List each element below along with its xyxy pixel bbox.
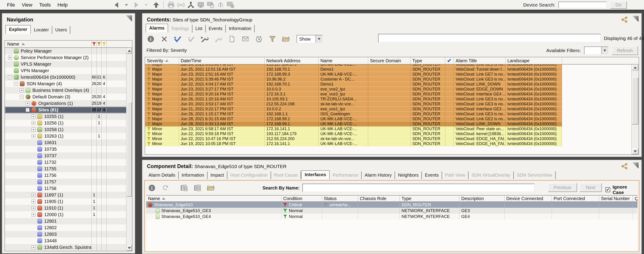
expand-icon[interactable]: + [8, 56, 12, 60]
broadcast-icon[interactable] [176, 1, 186, 9]
back-history-dropdown-icon[interactable] [122, 1, 131, 9]
tree-item[interactable]: +Organizations (1)25194 [5, 100, 132, 107]
up-arrow-icon[interactable] [151, 1, 161, 9]
tree-item[interactable]: −lvntest006434 (0x1000000)60216 [5, 74, 132, 81]
tree-name-column-header[interactable]: Name [5, 41, 92, 47]
filter-icon[interactable] [268, 35, 277, 44]
alarm-column-header-date-time[interactable]: Date/Time [179, 57, 264, 64]
tree-item[interactable]: 11755 [5, 166, 132, 172]
collapse-all-icon[interactable] [193, 183, 202, 192]
expand-icon[interactable]: + [32, 193, 36, 197]
tree-item[interactable]: 12803 [5, 231, 132, 237]
interface-row[interactable]: Shanavas_Edge510_GE3NormalNETWORK_INTERF… [146, 208, 638, 214]
scroll-up-button[interactable] [632, 65, 638, 70]
navigation-tab-locater[interactable]: Locater [31, 26, 52, 34]
alarm-row[interactable]: MinorJun 23, 2021 6:58:17 AM IST172.16.1… [145, 127, 631, 132]
unpin-panel-icon[interactable] [125, 15, 132, 22]
alarm-row[interactable]: MinorJun 19, 2021 10:05:18 PM IST172.16.… [145, 141, 631, 146]
alarm-row[interactable]: MajorJun 25, 2021 12:01:16 AM IST192.168… [145, 67, 631, 72]
component-tab-alarm-details[interactable]: Alarm Details [146, 171, 179, 179]
tree-item[interactable]: 12801 [5, 218, 132, 224]
navigation-tab-users[interactable]: Users [52, 26, 70, 34]
scrollbar-thumb[interactable] [127, 102, 132, 197]
topology-icon[interactable] [186, 1, 196, 9]
alarm-column-header-landscape[interactable]: Landscape [506, 57, 562, 64]
interface-column-header-name[interactable]: Name [146, 196, 282, 201]
forward-arrow-icon[interactable] [131, 1, 141, 9]
share-link-icon[interactable] [620, 162, 628, 170]
component-tab-alarm-history[interactable]: Alarm History [362, 171, 395, 179]
show-dropdown-button[interactable] [316, 36, 322, 43]
refresh-icon[interactable] [161, 183, 170, 192]
interface-row[interactable]: Shanavas_Edge510_GE4NormalNETWORK_INTERF… [146, 214, 638, 219]
tree-item[interactable]: +11897 (1)1 [5, 192, 132, 198]
expand-icon[interactable]: + [32, 134, 36, 138]
component-tab-information[interactable]: Information [179, 171, 208, 179]
interface-column-header-condition[interactable]: Condition [282, 196, 322, 201]
share-link-icon[interactable] [620, 16, 628, 24]
interface-column-header-serial-number[interactable]: Serial Number [599, 196, 633, 201]
alarm-row[interactable]: MajorJun 22, 2021 4:04:17 AM IST192.168.… [145, 82, 631, 87]
available-filters-dropdown[interactable] [584, 47, 608, 55]
expand-icon[interactable]: + [32, 200, 36, 203]
alarm-row[interactable]: MajorJun 24, 2021 5:39:46 PM IST10.96.96… [145, 77, 631, 82]
tree-item[interactable]: −SDN Manager (4)26204 [5, 81, 132, 87]
tree-item[interactable]: +11905 (1)1 [5, 198, 132, 205]
tree-item[interactable]: +11910 (1)1 [5, 205, 132, 211]
alarm-row[interactable]: MajorJun 26, 2021 1:20:16 AM IST10.105.5… [145, 97, 631, 102]
collapse-icon[interactable]: − [20, 95, 24, 99]
alarm-row[interactable]: MajorJun 20, 2021 3:53:17 AM IST212.55.2… [145, 102, 631, 107]
tree-item[interactable]: −Sites (81)25174 [5, 107, 132, 113]
component-tab-performance[interactable]: Performance [330, 171, 362, 179]
user-signal-icon[interactable] [216, 1, 226, 9]
next-button[interactable]: Next [579, 183, 602, 192]
tree-item[interactable]: −Default Domain (3)25204 [5, 94, 132, 100]
search-by-name-input[interactable] [302, 184, 534, 192]
expand-icon[interactable]: + [20, 88, 24, 92]
tree-item[interactable]: 10737 [5, 152, 132, 159]
alarm-column-header-network-address[interactable]: Network Address [264, 57, 318, 64]
tree-item[interactable]: +10256 (1)1 [5, 120, 132, 126]
forward-history-dropdown-icon[interactable] [141, 1, 151, 9]
major-severity-column-header[interactable] [96, 41, 102, 47]
component-tab-impact[interactable]: Impact [208, 171, 227, 179]
component-tab-sdn-virtualoverlay[interactable]: SDN VirtualOverlay [468, 171, 514, 179]
unpin-panel-icon[interactable] [632, 162, 638, 169]
info-icon[interactable]: i [147, 183, 156, 192]
tree-item[interactable]: +10255 (1)1 [5, 113, 132, 120]
tree-item[interactable]: +10263 (1)1 [5, 133, 132, 139]
acknowledge-icon[interactable] [173, 35, 182, 44]
export-icon[interactable] [281, 35, 291, 44]
interface-column-header-chassis-role[interactable]: Chassis Role [358, 196, 400, 201]
device-search-go-button[interactable]: Go [610, 1, 627, 9]
info-icon[interactable]: i [146, 35, 156, 44]
tree-item[interactable]: +Service Performance Manager (2) [5, 54, 132, 61]
menu-tools[interactable]: Tools [36, 2, 54, 8]
interface-column-header-device-connected[interactable]: Device Connected [504, 196, 552, 201]
scroll-down-button[interactable] [127, 245, 132, 251]
alarm-row[interactable]: MajorJun 23, 2021 3:27:17 PM IST10.0.0.3… [145, 87, 631, 92]
ignore-case-checkbox[interactable]: ✔ [606, 187, 610, 192]
alarm-row[interactable]: MinorJun 22, 2021 9:59:18 PM IST193.117.… [145, 132, 631, 136]
interface-column-header-qos-po[interactable]: QoS Po [633, 196, 638, 201]
unacknowledge-icon[interactable] [186, 35, 196, 44]
tree-item[interactable]: +10258 (1) [5, 126, 132, 133]
print-icon[interactable] [166, 1, 176, 9]
tree-item[interactable]: VPN Manager [5, 68, 132, 74]
console-icon[interactable] [196, 1, 206, 9]
collapse-icon[interactable]: − [26, 108, 30, 112]
alarm-row[interactable]: MajorJun 26, 2021 1:15:17 PM IST192.168.… [145, 112, 631, 117]
contents-tab-events[interactable]: Events [206, 25, 226, 33]
alarm-column-header-severity[interactable]: Severity [145, 57, 179, 64]
alarm-row[interactable]: MajorJun 28, 2021 6:31:15 AM IST172.168.… [145, 117, 631, 122]
tree-item[interactable]: VPLS Manager [5, 61, 132, 68]
tree-item[interactable]: +12000 (1)1 [5, 211, 132, 218]
assign-troubleshooter-icon[interactable] [200, 35, 210, 44]
navigation-tab-explorer[interactable]: Explorer [6, 25, 31, 34]
interface-row[interactable]: Shanavas_Edge510Criticalunreacha...SDN_R… [146, 202, 638, 208]
tree-item[interactable]: 10735 [5, 146, 132, 152]
scrollbar-thumb[interactable] [632, 77, 638, 125]
component-tab-sdn-serviceview[interactable]: SDN ServiceView [514, 171, 556, 179]
tree-item[interactable]: +Business Intent Overlays (4) [5, 87, 132, 94]
component-tab-root-cause[interactable]: Root Cause [271, 171, 301, 179]
